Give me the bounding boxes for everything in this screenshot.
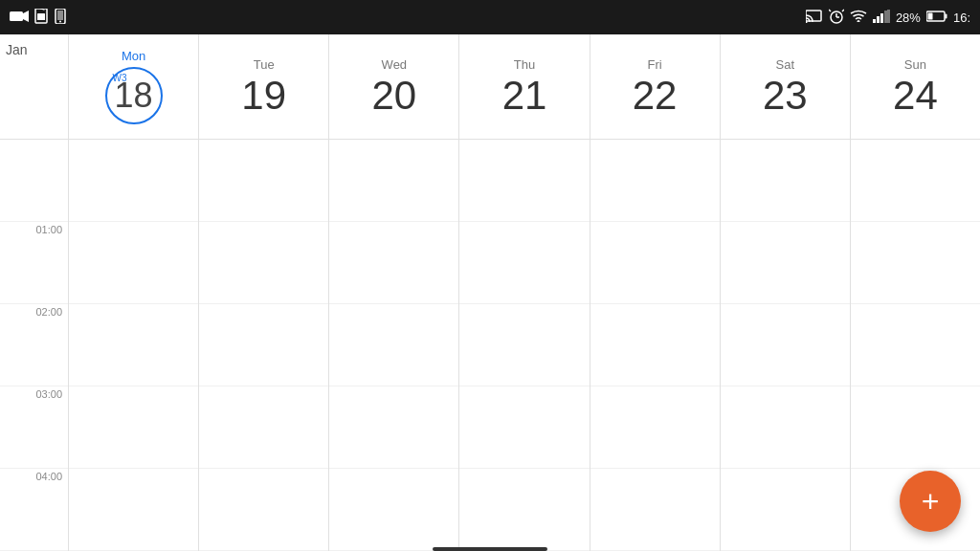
svg-line-14 [842, 10, 844, 11]
calendar-header: Jan Mon W3 18 Tue 19 Wed 20 Thu 21 Fri [0, 34, 980, 140]
status-bar: 28% 16: [0, 0, 980, 34]
cell-mon-0200[interactable] [69, 304, 198, 386]
camera-icon [10, 10, 29, 26]
cell-sun-0100[interactable] [851, 222, 980, 304]
day-name-thu: Thu [514, 57, 535, 72]
cell-fri-0000[interactable] [590, 140, 720, 222]
add-event-fab[interactable]: + [900, 471, 961, 532]
signal-icon [873, 10, 890, 26]
cell-sun-0000[interactable] [851, 140, 980, 222]
day-name-tue: Tue [254, 57, 275, 72]
cell-mon-0400[interactable] [69, 469, 198, 551]
status-left-icons [10, 9, 67, 27]
day-name-mon: Mon [122, 49, 145, 63]
day-number-23: 23 [763, 76, 808, 116]
time-empty-first [0, 140, 68, 222]
day-number-24: 24 [893, 76, 938, 116]
cell-tue-0300[interactable] [199, 386, 328, 469]
day-col-thu [459, 140, 590, 551]
days-grid [69, 140, 980, 551]
svg-rect-16 [873, 19, 876, 23]
cell-tue-0100[interactable] [199, 222, 328, 304]
cell-sun-0200[interactable] [851, 304, 980, 386]
day-col-fri [590, 140, 721, 551]
cell-wed-0300[interactable] [329, 386, 458, 469]
month-label-cell: Jan [0, 34, 69, 139]
cell-sat-0300[interactable] [721, 386, 850, 469]
cell-tue-0400[interactable] [199, 469, 328, 551]
phone-icon [54, 9, 67, 27]
cell-mon-0000[interactable] [69, 140, 198, 222]
day-header-fri22[interactable]: Fri 22 [590, 34, 721, 139]
cell-tue-0200[interactable] [199, 304, 328, 386]
cell-mon-0100[interactable] [69, 222, 198, 304]
day-number-22: 22 [633, 76, 678, 116]
svg-point-15 [857, 20, 859, 22]
svg-rect-6 [57, 11, 63, 20]
day-header-sat23[interactable]: Sat 23 [721, 34, 851, 139]
cast-icon [806, 9, 823, 26]
svg-rect-20 [887, 10, 890, 23]
alarm-icon [829, 9, 844, 27]
cell-wed-0000[interactable] [329, 140, 458, 222]
week-label: W3 [113, 73, 127, 83]
day-header-thu21[interactable]: Thu 21 [459, 34, 590, 139]
svg-line-13 [829, 10, 831, 11]
cell-thu-0100[interactable] [459, 222, 589, 304]
cell-sat-0400[interactable] [721, 469, 850, 551]
svg-rect-19 [884, 11, 887, 23]
day-col-wed [329, 140, 459, 551]
day-col-sat [721, 140, 851, 551]
month-label: Jan [6, 42, 28, 57]
cell-fri-0300[interactable] [590, 386, 720, 469]
svg-rect-3 [37, 13, 45, 20]
bottom-nav-bar [433, 547, 547, 551]
cell-sat-0000[interactable] [721, 140, 850, 222]
cell-tue-0000[interactable] [199, 140, 328, 222]
cell-thu-0200[interactable] [459, 304, 589, 386]
wifi-icon [850, 10, 867, 25]
add-icon: + [922, 484, 940, 519]
day-name-fri: Fri [648, 57, 662, 72]
time-label-0300: 03:00 [0, 386, 68, 469]
svg-rect-22 [927, 12, 932, 19]
cell-thu-0300[interactable] [459, 386, 589, 469]
time-label-0100: 01:00 [0, 222, 68, 304]
day-col-tue [199, 140, 329, 551]
cell-thu-0400[interactable] [459, 469, 589, 551]
calendar-body: 01:00 02:00 03:00 04:00 [0, 140, 980, 551]
svg-point-7 [59, 20, 61, 22]
svg-rect-18 [880, 13, 883, 23]
cell-sat-0100[interactable] [721, 222, 850, 304]
time-gutter: 01:00 02:00 03:00 04:00 [0, 140, 69, 551]
cell-fri-0200[interactable] [590, 304, 720, 386]
sim-icon [34, 9, 48, 27]
day-number-18: 18 [115, 78, 153, 113]
battery-percentage: 28% [896, 11, 921, 25]
day-header-mon18[interactable]: Mon W3 18 [69, 34, 199, 139]
day-number-21: 21 [502, 76, 547, 116]
cell-mon-0300[interactable] [69, 386, 198, 469]
status-time: 16: [953, 11, 970, 25]
battery-icon [926, 11, 947, 25]
day-header-tue19[interactable]: Tue 19 [199, 34, 329, 139]
svg-rect-0 [10, 11, 23, 21]
day-header-wed20[interactable]: Wed 20 [329, 34, 459, 139]
svg-marker-1 [23, 11, 29, 22]
cell-sun-0300[interactable] [851, 386, 980, 469]
calendar: Jan Mon W3 18 Tue 19 Wed 20 Thu 21 Fri [0, 34, 980, 551]
day-name-sun: Sun [904, 57, 926, 72]
cell-fri-0400[interactable] [590, 469, 720, 551]
day-number-19: 19 [241, 76, 286, 116]
cell-sat-0200[interactable] [721, 304, 850, 386]
day-name-wed: Wed [382, 57, 408, 72]
svg-rect-23 [945, 13, 947, 18]
cell-wed-0200[interactable] [329, 304, 458, 386]
status-right-icons: 28% 16: [806, 9, 970, 27]
cell-wed-0400[interactable] [329, 469, 458, 551]
cell-wed-0100[interactable] [329, 222, 458, 304]
day-header-sun24[interactable]: Sun 24 [851, 34, 980, 139]
time-label-0400: 04:00 [0, 469, 68, 551]
cell-fri-0100[interactable] [590, 222, 720, 304]
cell-thu-0000[interactable] [459, 140, 589, 222]
